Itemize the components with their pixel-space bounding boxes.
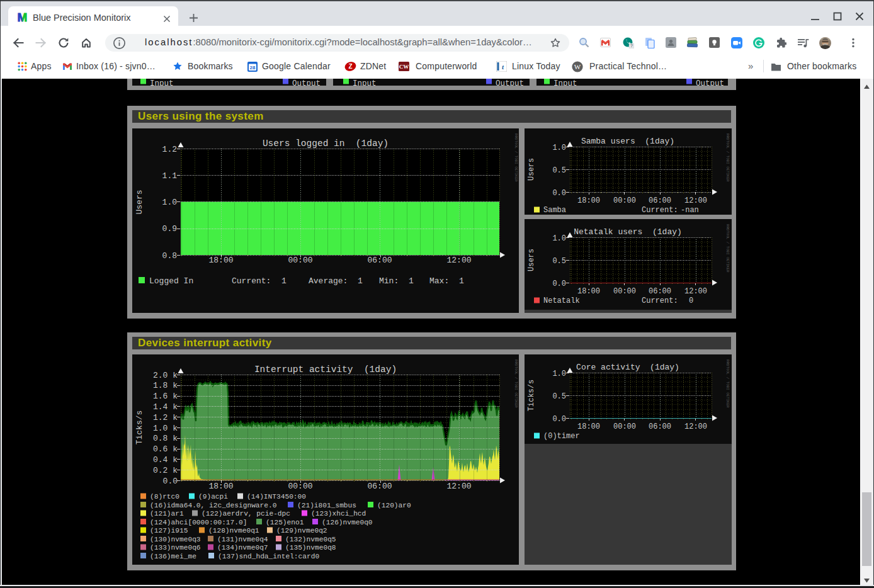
svg-text:(124)ahci[0000:00:17.0]: (124)ahci[0000:00:17.0] [150,519,247,526]
svg-text:Output: Output [496,79,524,86]
svg-text:0.0: 0.0 [552,189,566,198]
svg-text:1.0 k: 1.0 k [153,424,178,433]
svg-text:(131)nvme0q4: (131)nvme0q4 [217,536,268,543]
svg-text:Current:: Current: [642,206,678,215]
svg-text:12:00: 12:00 [684,287,707,296]
svg-text:Ticks/s: Ticks/s [135,410,144,445]
svg-text:Core activity (1day): Core activity (1day) [576,363,679,372]
svg-text:Netatalk users (1day): Netatalk users (1day) [574,227,682,237]
svg-text:18:00: 18:00 [577,196,600,205]
svg-text:0.8 k: 0.8 k [153,434,178,443]
svg-text:(128)nvme0q1: (128)nvme0q1 [208,527,259,534]
svg-text:1.0: 1.0 [162,198,177,207]
svg-text:1.0: 1.0 [552,370,566,378]
svg-text:06:00: 06:00 [367,256,392,265]
svg-text:06:00: 06:00 [649,287,671,296]
svg-text:18:00: 18:00 [208,482,233,491]
svg-text:1.4 k: 1.4 k [153,402,178,412]
svg-text:Interrupt activity (1day): Interrupt activity (1day) [254,365,397,375]
svg-text:Netatalk: Netatalk [543,297,580,305]
svg-text:(21)i801_smbus: (21)i801_smbus [297,502,356,509]
svg-text:2.0 k: 2.0 k [153,371,178,380]
svg-text:12:00: 12:00 [684,196,707,205]
svg-text:28: 28 [250,65,256,71]
svg-text:Users: Users [135,189,144,214]
svg-text:18:00: 18:00 [577,422,600,431]
svg-text:(136)mei_me: (136)mei_me [150,553,196,560]
svg-text:(14)INT3450:00: (14)INT3450:00 [247,493,306,500]
svg-text:18:00: 18:00 [577,287,600,296]
svg-text:Ticks/s: Ticks/s [527,380,536,411]
svg-text:Samba: Samba [543,206,566,215]
svg-text:Input: Input [150,79,174,86]
svg-text:00:00: 00:00 [613,196,636,205]
svg-text:(16)idma64.0, i2c_designware.0: (16)idma64.0, i2c_designware.0 [150,502,277,509]
svg-text:(133)nvme0q6: (133)nvme0q6 [150,544,201,551]
svg-text:Min:: Min: [379,276,399,286]
svg-text:1.8 k: 1.8 k [153,381,178,390]
svg-text:18:00: 18:00 [208,256,233,265]
svg-text:-nan: -nan [681,206,699,215]
svg-text:(135)nvme0q8: (135)nvme0q8 [285,544,336,551]
svg-text:Z: Z [348,63,352,70]
svg-text:0.9: 0.9 [162,224,177,234]
svg-text:06:00: 06:00 [649,422,671,431]
svg-text:Users: Users [527,249,536,271]
svg-text:(129)nvme0q2: (129)nvme0q2 [276,527,327,534]
svg-text:(123)xhci_hcd: (123)xhci_hcd [311,510,366,517]
svg-text:1.2: 1.2 [162,145,177,154]
svg-text:06:00: 06:00 [367,482,392,491]
svg-text:Logged In: Logged In [149,276,193,286]
svg-text:(132)nvme0q5: (132)nvme0q5 [285,536,336,543]
svg-text:0.2 k: 0.2 k [153,466,178,475]
svg-text:0: 0 [689,297,693,305]
svg-text:W: W [574,63,581,71]
svg-text:0.5: 0.5 [552,392,566,401]
svg-text:Max:: Max: [429,276,449,286]
svg-text:RRDTOOL / TOBI OETIKER: RRDTOOL / TOBI OETIKER [514,133,518,182]
svg-text:?: ? [630,43,633,48]
svg-text:0.0: 0.0 [552,415,566,424]
svg-text:1: 1 [409,276,414,286]
svg-text:(134)nvme0q7: (134)nvme0q7 [217,544,268,551]
svg-text:0.0: 0.0 [552,280,566,288]
svg-text:Users logged in (1day): Users logged in (1day) [263,139,389,149]
svg-text:0.4 k: 0.4 k [153,455,178,465]
svg-text:RRDTOOL / TOBI OETIKER: RRDTOOL / TOBI OETIKER [514,359,518,408]
svg-text:Current:: Current: [232,276,271,286]
svg-text:(127)i915: (127)i915 [150,527,188,534]
svg-text:(126)nvme0q0: (126)nvme0q0 [322,519,373,526]
svg-text:00:00: 00:00 [613,287,636,296]
svg-text:RRDTOOL / TOBI OETIKER: RRDTOOL / TOBI OETIKER [725,224,730,273]
svg-text:1.0: 1.0 [552,144,566,152]
svg-text:Average:: Average: [309,276,348,286]
svg-text:12:00: 12:00 [446,256,471,265]
svg-text:Input: Input [553,79,577,86]
svg-text:1.6 k: 1.6 k [153,392,178,401]
svg-text:(0)timer: (0)timer [543,432,580,441]
svg-text:(137)snd_hda_intel:card0: (137)snd_hda_intel:card0 [218,553,319,560]
svg-text:1.1: 1.1 [162,171,178,181]
svg-text:Samba users (1day): Samba users (1day) [581,137,674,146]
svg-text:(120)ar0: (120)ar0 [377,502,411,509]
svg-text:Users: Users [527,158,536,181]
svg-text:RRDTOOL / TOBI OETIKER: RRDTOOL / TOBI OETIKER [725,359,730,408]
svg-text:0.5: 0.5 [552,257,566,266]
svg-text:M: M [18,12,28,23]
svg-text:(9)acpi: (9)acpi [198,493,228,500]
svg-text:12:00: 12:00 [446,482,471,491]
svg-text:(130)nvme0q3: (130)nvme0q3 [150,536,201,543]
svg-text:(122)aerdrv, pcie-dpc: (122)aerdrv, pcie-dpc [201,510,290,517]
svg-text:1.0: 1.0 [552,234,566,243]
svg-text:0.6 k: 0.6 k [153,444,178,454]
svg-text:CW: CW [399,64,409,70]
svg-text:(8)rtc0: (8)rtc0 [150,493,179,500]
svg-text:Output: Output [696,79,724,86]
svg-text:0.5: 0.5 [552,166,566,175]
svg-text:06:00: 06:00 [649,196,671,205]
svg-text:00:00: 00:00 [288,482,312,491]
svg-text:00:00: 00:00 [613,422,636,431]
svg-text:Output: Output [292,79,321,86]
svg-text:0.0: 0.0 [163,477,178,486]
svg-text:1: 1 [281,276,287,286]
